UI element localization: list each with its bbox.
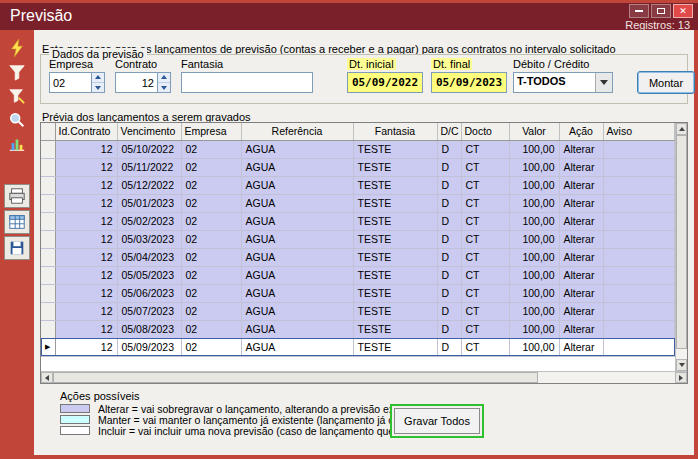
debito-credito-label: Débito / Crédito	[513, 58, 613, 70]
fantasia-label: Fantasia	[181, 58, 313, 70]
dt-final-input[interactable]	[431, 72, 507, 93]
table-row[interactable]: 1205/01/202302AGUATESTEDCT100,00Alterar	[41, 194, 675, 212]
cell: AGUA	[241, 230, 353, 248]
empresa-field-group: Empresa	[49, 58, 105, 93]
row-selector[interactable]	[41, 158, 55, 176]
table-row[interactable]: 1205/11/202202AGUATESTEDCT100,00Alterar	[41, 158, 675, 176]
cell: D	[437, 140, 461, 158]
legend-item: Manter = vai manter o lançamento já exis…	[60, 414, 390, 425]
table-row[interactable]: 1205/10/202202AGUATESTEDCT100,00Alterar	[41, 140, 675, 158]
row-selector[interactable]	[41, 194, 55, 212]
legend-item: Incluir = vai incluir uma nova previsão …	[60, 425, 390, 436]
cell: TESTE	[353, 158, 437, 176]
column-header[interactable]: Ação	[559, 123, 603, 140]
cell: CT	[461, 320, 509, 338]
column-header[interactable]: Aviso	[603, 123, 675, 140]
fantasia-input[interactable]	[181, 72, 313, 93]
table-row[interactable]: 1205/02/202302AGUATESTEDCT100,00Alterar	[41, 212, 675, 230]
row-selector[interactable]	[41, 284, 55, 302]
close-icon[interactable]	[673, 4, 693, 18]
column-header[interactable]: Valor	[509, 123, 559, 140]
print-icon[interactable]	[4, 184, 30, 208]
scroll-up-icon[interactable]	[676, 123, 687, 135]
vertical-scrollbar[interactable]	[675, 123, 687, 371]
legend-swatch	[60, 426, 90, 435]
cell: AGUA	[241, 284, 353, 302]
table-row[interactable]: 1205/03/202302AGUATESTEDCT100,00Alterar	[41, 230, 675, 248]
horizontal-scroll-thumb[interactable]	[53, 372, 538, 383]
scroll-left-icon[interactable]	[41, 372, 53, 383]
row-selector[interactable]	[41, 176, 55, 194]
montar-button[interactable]: Montar	[637, 71, 695, 94]
table-row[interactable]: 1205/12/202202AGUATESTEDCT100,00Alterar	[41, 176, 675, 194]
maximize-icon[interactable]	[651, 4, 671, 18]
column-header[interactable]: Docto	[461, 123, 509, 140]
column-header[interactable]: Id.Contrato	[55, 123, 117, 140]
cell: D	[437, 302, 461, 320]
chevron-down-icon[interactable]	[595, 73, 612, 92]
cell: 05/07/2023	[117, 302, 181, 320]
cell: Alterar	[559, 266, 603, 284]
cell: 12	[55, 212, 117, 230]
cell: CT	[461, 302, 509, 320]
grid-header-row: Id.ContratoVencimentoEmpresaReferênciaFa…	[41, 123, 675, 140]
table-row[interactable]: 1205/04/202302AGUATESTEDCT100,00Alterar	[41, 248, 675, 266]
column-header[interactable]: Fantasia	[353, 123, 437, 140]
row-selector[interactable]	[41, 212, 55, 230]
horizontal-scrollbar[interactable]	[41, 371, 687, 383]
gravar-todos-button[interactable]: Gravar Todos	[394, 408, 480, 434]
cell: 100,00	[509, 320, 559, 338]
filter-icon[interactable]	[3, 60, 31, 83]
fantasia-field-group: Fantasia	[181, 58, 313, 93]
dt-inicial-field-group: Dt. inicial	[347, 58, 423, 93]
table-row[interactable]: 1205/06/202302AGUATESTEDCT100,00Alterar	[41, 284, 675, 302]
cell: 100,00	[509, 194, 559, 212]
row-selector-header	[41, 123, 55, 140]
cell: CT	[461, 266, 509, 284]
search-icon[interactable]	[3, 108, 31, 131]
flash-icon[interactable]	[3, 36, 31, 59]
cell: TESTE	[353, 176, 437, 194]
minimize-icon[interactable]	[629, 4, 649, 18]
filter-edit-icon[interactable]	[3, 84, 31, 107]
empresa-spinner[interactable]	[91, 73, 104, 92]
contrato-input[interactable]	[116, 73, 157, 92]
cell: D	[437, 194, 461, 212]
row-selector[interactable]	[41, 266, 55, 284]
vertical-scroll-thumb[interactable]	[676, 135, 687, 349]
scroll-down-icon[interactable]	[676, 359, 687, 371]
table-row[interactable]: 1205/07/202302AGUATESTEDCT100,00Alterar	[41, 302, 675, 320]
table-row[interactable]: 1205/08/202302AGUATESTEDCT100,00Alterar	[41, 320, 675, 338]
row-selector[interactable]	[41, 248, 55, 266]
column-header[interactable]: Empresa	[181, 123, 241, 140]
cell: TESTE	[353, 140, 437, 158]
column-header[interactable]: Vencimento	[117, 123, 181, 140]
empresa-label: Empresa	[49, 58, 105, 70]
contrato-spinner[interactable]	[157, 73, 170, 92]
cell: AGUA	[241, 212, 353, 230]
row-selector[interactable]	[41, 320, 55, 338]
cell: 02	[181, 302, 241, 320]
cell: 02	[181, 338, 241, 356]
scroll-right-icon[interactable]	[675, 372, 687, 383]
debito-credito-select[interactable]: T-TODOS	[513, 72, 613, 93]
column-header[interactable]: Referência	[241, 123, 353, 140]
cell	[603, 320, 675, 338]
table-row[interactable]: 1205/05/202302AGUATESTEDCT100,00Alterar	[41, 266, 675, 284]
cell: 05/08/2023	[117, 320, 181, 338]
cell: 05/09/2023	[117, 338, 181, 356]
table-row[interactable]: ▶1205/09/202302AGUATESTEDCT100,00Alterar	[41, 338, 675, 356]
save-icon[interactable]	[4, 236, 30, 260]
row-selector[interactable]	[41, 302, 55, 320]
grid-icon[interactable]	[4, 210, 30, 234]
dt-inicial-input[interactable]	[347, 72, 423, 93]
cell: 100,00	[509, 212, 559, 230]
cell	[603, 158, 675, 176]
chart-icon[interactable]	[3, 132, 31, 155]
row-selector[interactable]: ▶	[41, 338, 55, 356]
column-header[interactable]: D/C	[437, 123, 461, 140]
empresa-input[interactable]	[50, 73, 91, 92]
cell: CT	[461, 140, 509, 158]
row-selector[interactable]	[41, 140, 55, 158]
row-selector[interactable]	[41, 230, 55, 248]
